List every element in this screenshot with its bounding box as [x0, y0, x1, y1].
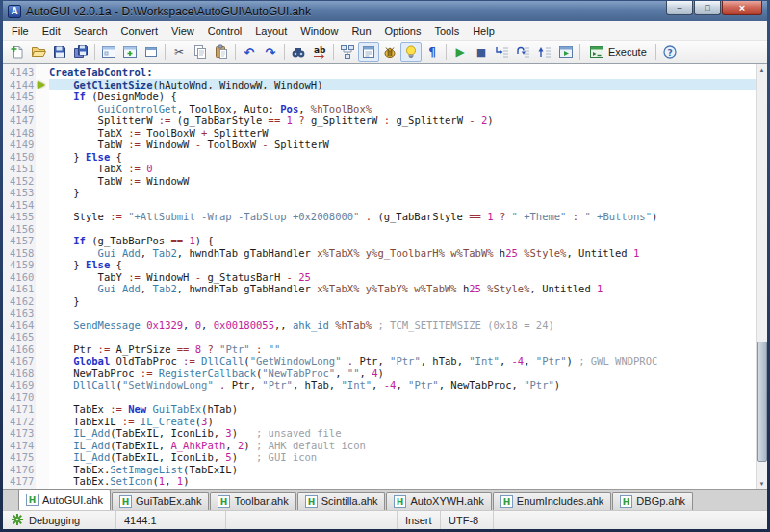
code-line[interactable] — [49, 199, 756, 212]
marker-margin-row[interactable] — [36, 309, 49, 321]
step-out-icon[interactable] — [534, 42, 555, 62]
code-line[interactable]: } — [49, 295, 756, 308]
run-script-icon[interactable] — [555, 42, 577, 62]
tips-bulb-icon[interactable] — [400, 42, 422, 62]
code-line[interactable]: Gui Add, Tab2, hwndhTab gTabHandler x%Ta… — [49, 283, 756, 295]
code-area[interactable]: CreateTabControl: GetClientSize(hAutoWnd… — [49, 64, 756, 489]
marker-margin-row[interactable] — [36, 381, 49, 393]
code-line[interactable]: If (g_TabBarPos == 1) { — [49, 235, 756, 247]
menu-convert[interactable]: Convert — [115, 22, 166, 39]
code-line[interactable]: SendMessage 0x1329, 0, 0x00180055,, ahk_… — [49, 319, 756, 332]
code-line[interactable]: TabX := 0 — [49, 163, 756, 175]
code-line[interactable]: SplitterW := (g_TabBarStyle == 1 ? g_Spl… — [49, 114, 756, 127]
marker-margin-row[interactable] — [36, 225, 49, 238]
properties-icon[interactable] — [358, 42, 379, 62]
file-tab-autogui-ahk[interactable]: HAutoGUI.ahk — [18, 489, 111, 510]
code-line[interactable]: Ptr := A_PtrSize == 8 ? "Ptr" : "" — [49, 343, 756, 356]
file-tab-enumincludes-ahk[interactable]: HEnumIncludes.ahk — [493, 492, 612, 510]
marker-margin-row[interactable] — [36, 237, 49, 249]
copy-icon[interactable] — [190, 42, 211, 62]
marker-margin-row[interactable] — [36, 405, 49, 418]
marker-margin-row[interactable] — [36, 321, 49, 334]
open-file-icon[interactable] — [28, 42, 49, 62]
marker-margin-row[interactable] — [36, 81, 49, 93]
marker-margin-row[interactable] — [36, 273, 49, 286]
new-gui-icon[interactable] — [98, 42, 119, 62]
code-line[interactable]: IL_Add(TabExIL, A_AhkPath, 2) ; AHK defa… — [49, 440, 756, 452]
code-line[interactable]: } Else { — [49, 151, 756, 164]
execute-button[interactable]: Execute — [583, 42, 653, 62]
menu-search[interactable]: Search — [67, 22, 115, 39]
code-line[interactable]: Global OldTabProc := DllCall("GetWindowL… — [49, 355, 756, 367]
marker-margin-row[interactable] — [36, 285, 49, 297]
marker-margin-row[interactable] — [36, 140, 49, 153]
marker-margin[interactable] — [36, 64, 49, 489]
file-tab-autoxywh-ahk[interactable]: HAutoXYWH.ahk — [386, 492, 491, 510]
scroll-up-icon[interactable]: ▲ — [757, 64, 768, 75]
code-line[interactable] — [49, 223, 756, 236]
toolbox-icon[interactable] — [337, 42, 358, 62]
marker-margin-row[interactable] — [36, 369, 49, 382]
menu-file[interactable]: File — [5, 22, 36, 39]
step-into-icon[interactable] — [492, 42, 513, 62]
title-bar[interactable]: A AutoGUI v2.0.1a - D:\Workspace\AutoGUI… — [3, 1, 767, 21]
code-line[interactable] — [49, 331, 756, 343]
code-line[interactable]: GetClientSize(hAutoWnd, WindowW, WindowH… — [49, 79, 756, 91]
code-line[interactable]: TabEx := New GuiTabEx(hTab) — [49, 403, 756, 416]
file-tab-dbgp-ahk[interactable]: HDBGp.ahk — [612, 492, 693, 510]
code-line[interactable]: TabW := WindowW — [49, 175, 756, 188]
vertical-scrollbar[interactable]: ▲ ▼ — [756, 64, 767, 489]
menu-options[interactable]: Options — [378, 22, 428, 39]
menu-edit[interactable]: Edit — [36, 22, 67, 39]
code-line[interactable]: TabW := WindowW - ToolBoxW - SplitterW — [49, 139, 756, 151]
redo-icon[interactable]: ↷ — [260, 42, 281, 62]
menu-tools[interactable]: Tools — [427, 22, 466, 39]
marker-margin-row[interactable] — [36, 129, 49, 141]
marker-margin-row[interactable] — [36, 165, 49, 177]
marker-margin-row[interactable] — [36, 201, 49, 214]
undo-icon[interactable]: ↶ — [239, 42, 260, 62]
preview-icon[interactable] — [141, 42, 162, 62]
code-line[interactable]: IL_Add(TabExIL, IconLib, 5) ; GUI icon — [49, 451, 756, 464]
marker-margin-row[interactable] — [36, 345, 49, 358]
menu-layout[interactable]: Layout — [248, 22, 294, 39]
close-button[interactable]: × — [722, 1, 762, 15]
code-line[interactable] — [49, 392, 756, 404]
code-line[interactable]: } — [49, 187, 756, 199]
marker-margin-row[interactable] — [36, 189, 49, 201]
code-line[interactable] — [49, 307, 756, 319]
menu-run[interactable]: Run — [345, 22, 377, 39]
marker-margin-row[interactable] — [36, 466, 49, 478]
scrollbar-thumb[interactable] — [757, 342, 767, 463]
maximize-button[interactable]: □ — [694, 1, 721, 15]
stop-icon[interactable]: ■ — [471, 42, 492, 62]
code-line[interactable]: TabY := WindowH - g_StatusBarH - 25 — [49, 271, 756, 284]
code-line[interactable]: GuiControlGet, ToolBox, Auto: Pos, %hToo… — [49, 103, 756, 115]
marker-margin-row[interactable] — [36, 477, 49, 490]
new-file-icon[interactable] — [7, 42, 28, 62]
marker-margin-row[interactable] — [36, 116, 49, 129]
menu-control[interactable]: Control — [201, 22, 248, 39]
marker-margin-row[interactable] — [36, 249, 49, 262]
step-over-icon[interactable] — [513, 42, 534, 62]
find-icon[interactable] — [288, 42, 309, 62]
scrollbar-track[interactable] — [757, 75, 768, 478]
save-icon[interactable] — [49, 42, 70, 62]
marker-margin-row[interactable] — [36, 393, 49, 406]
scroll-down-icon[interactable]: ▼ — [757, 478, 768, 489]
paste-icon[interactable] — [211, 42, 232, 62]
file-tab-scintilla-ahk[interactable]: HScintilla.ahk — [297, 492, 386, 510]
marker-margin-row[interactable] — [36, 297, 49, 310]
marker-margin-row[interactable] — [36, 418, 49, 430]
code-line[interactable]: Style := "+AltSubmit -Wrap -TabStop +0x2… — [49, 211, 756, 223]
save-all-icon[interactable] — [70, 42, 91, 62]
marker-margin-row[interactable] — [36, 105, 49, 117]
show-whitespace-icon[interactable]: ¶ — [422, 42, 443, 62]
marker-margin-row[interactable] — [36, 261, 49, 273]
code-line[interactable]: IL_Add(TabExIL, IconLib, 3) ; unsaved fi… — [49, 427, 756, 440]
marker-margin-row[interactable] — [36, 153, 49, 165]
marker-margin-row[interactable] — [36, 429, 49, 442]
code-line[interactable]: TabExIL := IL_Create(3) — [49, 416, 756, 428]
menu-view[interactable]: View — [165, 22, 201, 39]
add-window-icon[interactable] — [119, 42, 141, 62]
